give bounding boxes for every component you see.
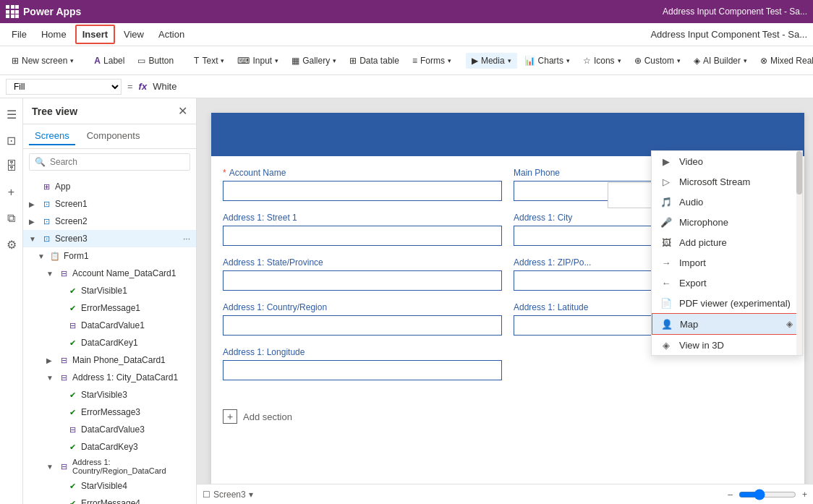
label-longitude: Address 1: Longitude — [223, 347, 502, 357]
menu-view[interactable]: View — [118, 26, 150, 43]
dropdown-stream[interactable]: ▷ Microsoft Stream — [652, 171, 802, 192]
toolbar-new-screen[interactable]: ⊞ New screen ▾ — [6, 53, 80, 69]
screen3-more[interactable]: ··· — [183, 234, 190, 244]
stream-label: Microsoft Stream — [679, 176, 750, 187]
canvas-header — [211, 113, 804, 156]
toolbar-button[interactable]: ▭ Button — [132, 53, 179, 69]
microphone-icon: 🎤 — [660, 216, 672, 228]
input-street1[interactable] — [223, 226, 502, 246]
em4-label: ErrorMessage4 — [81, 498, 190, 504]
tree-item-screen1[interactable]: ▶ ⊡ Screen1 — [23, 195, 196, 213]
sidebar-plus-icon[interactable]: + — [1, 182, 22, 202]
input-state[interactable] — [223, 270, 502, 291]
tab-screens[interactable]: Screens — [29, 127, 75, 145]
tree-item-app[interactable]: ⊞ App — [23, 178, 196, 195]
tree-item-starvisible3[interactable]: ✔ StarVisible3 — [23, 386, 196, 403]
sidebar-settings-icon[interactable]: ⚙ — [1, 234, 22, 255]
tree-item-datacardvalue3[interactable]: ⊟ DataCardValue3 — [23, 421, 196, 438]
zoom-slider[interactable] — [738, 489, 796, 500]
datatable-label: Data table — [359, 56, 399, 66]
property-select[interactable]: Fill — [6, 79, 122, 95]
app-logo: Power Apps — [6, 5, 81, 18]
menu-file[interactable]: File — [6, 26, 33, 43]
tree-item-city-datacard[interactable]: ▼ ⊟ Address 1: City_DataCard1 — [23, 369, 196, 386]
icons-label: Icons — [594, 56, 615, 66]
tree-item-screen3[interactable]: ▼ ⊡ Screen3 ··· — [23, 230, 196, 247]
input-longitude[interactable] — [223, 360, 502, 380]
forms-chevron: ▾ — [448, 57, 451, 64]
dropdown-audio[interactable]: 🎵 Audio — [652, 192, 802, 212]
pdf-viewer-icon: 📄 — [660, 297, 672, 309]
zoom-plus-button[interactable]: + — [802, 490, 807, 500]
toolbar-forms[interactable]: ≡ Forms ▾ — [406, 53, 457, 69]
toolbar-input[interactable]: ⌨ Input ▾ — [231, 53, 284, 69]
mixed-reality-label: Mixed Reality — [770, 56, 813, 66]
tree-item-datacardkey3[interactable]: ✔ DataCardKey3 — [23, 438, 196, 456]
zoom-minus-button[interactable]: – — [728, 490, 733, 500]
canvas-area: *Account Name Main Phone Address 1: Stre… — [197, 98, 813, 504]
tree-item-country-datacard[interactable]: ▼ ⊟ Address 1: Country/Region_DataCard — [23, 456, 196, 477]
tree-item-mainphone-datacard[interactable]: ▶ ⊟ Main Phone_DataCard1 — [23, 351, 196, 369]
toolbar-label[interactable]: A Label — [88, 53, 130, 69]
dropdown-export[interactable]: ← Export — [652, 273, 802, 293]
dropdown-microphone[interactable]: 🎤 Microphone — [652, 212, 802, 232]
map-info-icon: ◈ — [786, 319, 793, 329]
waffle-icon[interactable] — [6, 5, 19, 18]
microphone-label: Microphone — [679, 217, 728, 228]
sidebar-data-icon[interactable]: 🗄 — [1, 156, 22, 176]
dropdown-add-picture[interactable]: 🖼 Add picture — [652, 232, 802, 252]
dropdown-import[interactable]: → Import — [652, 252, 802, 273]
new-screen-chevron: ▾ — [70, 57, 74, 64]
tree-item-screen2[interactable]: ▶ ⊡ Screen2 — [23, 213, 196, 230]
form1-label: Form1 — [64, 251, 190, 261]
mp-dc-label: Main Phone_DataCard1 — [72, 355, 190, 365]
dropdown-map[interactable]: 👤 Map ◈ — [652, 313, 802, 335]
account-dc-chevron: ▼ — [46, 270, 55, 278]
title-bar: Power Apps Address Input Component Test … — [0, 0, 813, 23]
em3-icon: ✔ — [67, 406, 78, 418]
tree-item-errormessage4[interactable]: ✔ ErrorMessage4 — [23, 495, 196, 504]
tree-close-button[interactable]: ✕ — [178, 104, 187, 118]
toolbar-gallery[interactable]: ▦ Gallery ▾ — [286, 53, 342, 69]
toolbar-text[interactable]: T Text ▾ — [188, 53, 230, 69]
dropdown-pdf-viewer[interactable]: 📄 PDF viewer (experimental) — [652, 293, 802, 313]
input-country[interactable] — [223, 315, 502, 336]
toolbar-icons[interactable]: ☆ Icons ▾ — [577, 53, 627, 69]
tree-item-datacardkey1[interactable]: ✔ DataCardKey1 — [23, 334, 196, 351]
sv3-label: StarVisible3 — [81, 390, 190, 400]
search-icon: 🔍 — [35, 157, 46, 167]
menu-action[interactable]: Action — [153, 26, 190, 43]
add-section-plus-button[interactable]: + — [223, 409, 237, 424]
toolbar-custom[interactable]: ⊕ Custom ▾ — [629, 53, 686, 69]
dropdown-view-3d[interactable]: ◈ View in 3D — [652, 335, 802, 355]
tree-item-account-datacard[interactable]: ▼ ⊟ Account Name_DataCard1 — [23, 265, 196, 282]
dropdown-video[interactable]: ▶ Video — [652, 151, 802, 171]
tree-item-errormessage1[interactable]: ✔ ErrorMessage1 — [23, 299, 196, 317]
toolbar-datatable[interactable]: ⊞ Data table — [344, 53, 405, 69]
tree-item-starvisible1[interactable]: ✔ StarVisible1 — [23, 282, 196, 299]
pdf-viewer-label: PDF viewer (experimental) — [679, 298, 791, 309]
search-input[interactable] — [29, 153, 190, 171]
toolbar-charts[interactable]: 📊 Charts ▾ — [519, 53, 576, 69]
tree-item-form1[interactable]: ▼ 📋 Form1 — [23, 247, 196, 265]
toolbar-mixed-reality[interactable]: ⊗ Mixed Reality ▾ — [754, 53, 813, 69]
fx-label: fx — [139, 81, 148, 92]
toolbar-ai-builder[interactable]: ◈ AI Builder ▾ — [688, 53, 753, 69]
mixed-reality-icon: ⊗ — [760, 56, 767, 66]
sidebar-menu-icon[interactable]: ☰ — [1, 104, 22, 124]
menu-home[interactable]: Home — [35, 26, 72, 43]
tab-components[interactable]: Components — [81, 127, 146, 145]
input-account-name[interactable] — [223, 181, 502, 201]
sidebar-screens-icon[interactable]: ⊡ — [1, 130, 22, 150]
tree-item-datacardvalue1[interactable]: ⊟ DataCardValue1 — [23, 317, 196, 334]
tree-item-errormessage3[interactable]: ✔ ErrorMessage3 — [23, 403, 196, 421]
sidebar-components-icon[interactable]: ⧉ — [1, 208, 22, 228]
dcv1-icon: ⊟ — [67, 320, 78, 331]
toolbar-media[interactable]: ▶ Media ▾ — [466, 53, 517, 69]
dropdown-scrollbar-thumb[interactable] — [796, 151, 802, 195]
dck3-icon: ✔ — [67, 441, 78, 453]
menu-insert[interactable]: Insert — [75, 25, 115, 44]
field-account-name: *Account Name — [223, 168, 502, 201]
export-icon: ← — [660, 277, 672, 289]
tree-item-starvisible4[interactable]: ✔ StarVisible4 — [23, 477, 196, 495]
